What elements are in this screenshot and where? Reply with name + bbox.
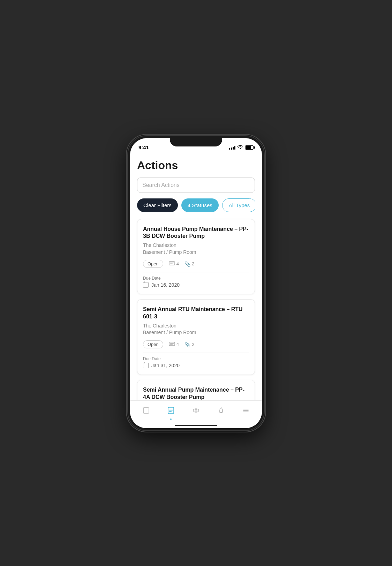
due-date-value-1: Jan 16, 2020 (143, 282, 249, 288)
due-date-section-1: Due Date Jan 16, 2020 (143, 272, 249, 288)
actions-icon (167, 407, 175, 416)
tasks-meta-2: 4 (169, 341, 179, 347)
menu-icon (242, 407, 250, 416)
tasks-icon-2 (169, 341, 175, 347)
home-indicator (175, 425, 217, 426)
signal-icon (229, 145, 235, 150)
action-title-2: Semi Annual RTU Maintenance – RTU 601-3 (143, 306, 249, 320)
bell-icon (217, 407, 225, 416)
action-card-3[interactable]: Semi Annual Pump Maintenance – PP-4A DCW… (137, 380, 255, 400)
due-date-section-2: Due Date Jan 31, 2020 (143, 353, 249, 368)
home-icon (142, 407, 150, 416)
wifi-icon (238, 145, 243, 150)
battery-icon (245, 145, 254, 150)
svg-rect-9 (169, 410, 173, 411)
status-badge-2: Open (143, 340, 163, 348)
attachments-meta-1: 📎 2 (184, 261, 194, 267)
types-filter-button[interactable]: All Types (222, 198, 255, 212)
status-badge-1: Open (143, 260, 163, 268)
svg-point-12 (195, 410, 197, 412)
due-date-value-2: Jan 31, 2020 (143, 363, 249, 368)
action-card-2[interactable]: Semi Annual RTU Maintenance – RTU 601-3 … (137, 299, 255, 375)
attachment-icon-1: 📎 (184, 261, 190, 267)
status-icons (229, 145, 254, 150)
svg-rect-1 (170, 263, 174, 263)
attachments-meta-2: 📎 2 (184, 342, 194, 347)
clear-filters-button[interactable]: Clear Filters (137, 198, 178, 212)
nav-home[interactable] (134, 404, 159, 419)
svg-rect-4 (170, 343, 174, 344)
action-card-1[interactable]: Annual House Pump Maintenance – PP-3B DC… (137, 219, 255, 295)
action-title-3: Semi Annual Pump Maintenance – PP-4A DCW… (143, 386, 249, 400)
svg-point-11 (193, 409, 199, 412)
calendar-icon-2 (143, 363, 149, 368)
action-title-1: Annual House Pump Maintenance – PP-3B DC… (143, 226, 249, 240)
search-bar[interactable]: Search Actions (137, 178, 255, 193)
attachment-icon-2: 📎 (184, 342, 190, 347)
bottom-nav (130, 400, 262, 428)
nav-inspect[interactable] (183, 404, 209, 419)
nav-notify[interactable] (209, 404, 234, 419)
page-title: Actions (137, 159, 255, 172)
svg-rect-5 (170, 344, 173, 345)
notch (170, 136, 222, 146)
due-date-label-2: Due Date (143, 356, 249, 361)
svg-rect-0 (169, 262, 175, 265)
svg-rect-2 (170, 264, 173, 264)
nav-active-indicator (170, 418, 172, 420)
svg-rect-8 (169, 409, 173, 409)
svg-rect-10 (169, 411, 172, 412)
phone-screen: 9:41 (130, 138, 262, 428)
search-placeholder: Search Actions (142, 182, 180, 188)
action-location-2: The Charleston Basement / Pump Room (143, 323, 249, 336)
tasks-icon-1 (169, 261, 175, 267)
svg-rect-3 (169, 342, 175, 346)
action-meta-1: Open 4 📎 2 (143, 260, 249, 268)
calendar-icon-1 (143, 282, 149, 288)
svg-rect-6 (143, 408, 149, 413)
action-location-1: The Charleston Basement / Pump Room (143, 242, 249, 256)
tasks-meta-1: 4 (169, 261, 179, 267)
statuses-filter-button[interactable]: 4 Statuses (181, 198, 219, 212)
content-area[interactable]: Actions Search Actions Clear Filters 4 S… (130, 153, 262, 400)
status-time: 9:41 (138, 144, 149, 150)
nav-actions[interactable] (159, 404, 184, 419)
action-meta-2: Open 4 📎 2 (143, 340, 249, 348)
due-date-label-1: Due Date (143, 276, 249, 281)
phone-frame: 9:41 (128, 136, 264, 430)
inspect-icon (192, 407, 200, 416)
nav-menu[interactable] (233, 404, 258, 419)
filter-row: Clear Filters 4 Statuses All Types (137, 198, 255, 212)
